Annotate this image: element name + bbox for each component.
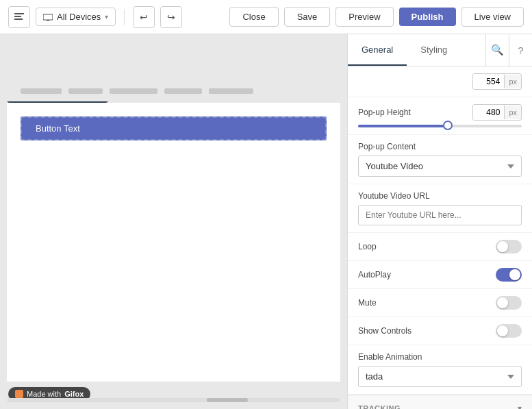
strip-4 [164,88,202,94]
mute-label: Mute [358,298,377,308]
device-selector[interactable]: All Devices ▾ [36,8,116,26]
text-align-icon[interactable] [8,6,30,28]
show-controls-row: Show Controls [348,317,532,345]
popup-width-input[interactable] [473,74,504,89]
popup-width-input-group: px [472,73,522,90]
gifox-logo [15,390,23,398]
popup-content-label: Pop-up Content [358,142,522,151]
chevron-down-icon: ▾ [105,13,108,21]
popup-height-slider-row [358,125,522,127]
redo-icon[interactable]: ↪ [160,6,182,28]
popup-width-row: px [348,66,532,97]
youtube-url-input[interactable] [358,205,522,225]
preview-button[interactable]: Preview [335,7,393,27]
svg-rect-3 [43,14,53,20]
autoplay-toggle-thumb [509,269,520,280]
mute-row: Mute [348,289,532,317]
popup-height-input[interactable] [473,105,504,120]
strip-1 [21,88,62,94]
loop-toggle[interactable] [496,240,522,253]
popup-height-input-group: px [472,104,522,121]
strip-2 [68,88,103,94]
popup-content-select[interactable]: Youtube Video [358,156,522,177]
tab-styling[interactable]: Styling [407,35,461,66]
strip-3 [110,88,157,94]
tracking-chevron-icon: ▾ [518,404,522,409]
show-controls-toggle[interactable] [496,324,522,338]
loop-row: Loop [348,233,532,261]
show-controls-label: Show Controls [358,326,411,336]
tracking-label: TRACKING [358,404,401,409]
autoplay-row: AutoPlay [348,261,532,289]
tracking-section[interactable]: TRACKING ▾ [348,395,532,409]
canvas-content: Button Text [7,103,340,382]
close-button[interactable]: Close [229,7,278,27]
enable-animation-label: Enable Animation [358,352,522,362]
device-selector-label: All Devices [57,12,101,22]
tab-icon-group: 🔍 ? [485,34,532,66]
popup-width-unit: px [504,75,521,88]
canvas-area: ✥ ⧉ 🗑 ☰ ◈ Button Text Made with Gifox [0,34,347,409]
popup-height-unit: px [504,106,521,119]
help-tab-icon[interactable]: ? [509,34,532,66]
panel-content: px Pop-up Height px [348,66,532,409]
button-element[interactable]: Button Text [21,116,327,140]
separator [124,9,125,25]
publish-button[interactable]: Publish [399,8,456,26]
scrollbar-thumb [207,398,248,402]
svg-rect-0 [14,13,24,14]
mute-toggle-thumb [497,297,508,308]
svg-rect-4 [47,20,49,21]
gifox-made-with: Made with [27,390,61,398]
gifox-brand: Gifox [64,390,84,398]
popup-height-label: Pop-up Height [358,108,411,117]
svg-rect-1 [14,16,21,17]
show-controls-toggle-thumb [497,325,508,336]
strip-5 [209,88,253,94]
popup-height-row: Pop-up Height px [348,97,532,135]
loop-label: Loop [358,242,377,251]
tab-general[interactable]: General [348,35,407,66]
autoplay-toggle[interactable] [496,268,522,282]
youtube-url-row: Youtube Video URL [348,184,532,233]
undo-icon[interactable]: ↩ [133,6,155,28]
liveview-button[interactable]: Live view [461,7,524,27]
autoplay-label: AutoPlay [358,270,391,280]
toolbar: All Devices ▾ ↩ ↪ Close Save Preview Pub… [0,0,532,34]
search-tab-icon[interactable]: 🔍 [485,34,509,66]
save-button[interactable]: Save [284,7,331,27]
popup-content-row: Pop-up Content Youtube Video [348,135,532,184]
enable-animation-row: Enable Animation tada [348,345,532,395]
enable-animation-select[interactable]: tada [358,366,522,387]
loop-toggle-thumb [497,241,508,252]
main-area: ✥ ⧉ 🗑 ☰ ◈ Button Text Made with Gifox [0,34,532,409]
right-panel: General Styling 🔍 ? px Pop [347,34,532,409]
horizontal-scrollbar[interactable] [7,398,340,402]
panel-tabs: General Styling 🔍 ? [348,34,532,66]
svg-rect-2 [14,18,23,20]
popup-height-slider-container [358,125,522,127]
youtube-url-label: Youtube Video URL [358,191,522,201]
mute-toggle[interactable] [496,296,522,310]
